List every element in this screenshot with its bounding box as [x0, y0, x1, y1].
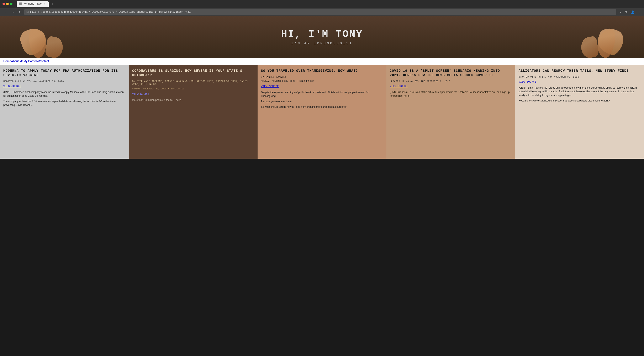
card-5-title: ALLIGATORS CAN REGROW THEIR TAILS, NEW S…	[518, 69, 641, 73]
tab-favicon	[19, 2, 22, 6]
back-button[interactable]: ←	[2, 9, 8, 15]
nav-home[interactable]: Home	[3, 60, 11, 63]
card-3-authors: BY LAUREL WAMSLEY	[261, 76, 383, 78]
card-1-body-p1: (CNN) - Pharmaceutical company Moderna i…	[3, 90, 126, 98]
card-5-body-p2: Researchers were surprised to discover t…	[518, 99, 641, 102]
extensions-button[interactable]: ⚗	[624, 10, 628, 14]
bookmark-button[interactable]: ★	[618, 10, 622, 14]
tab-bar: My Home Page ✕ +	[17, 1, 55, 7]
card-2-date: MONDAY, NOVEMBER 30, 2020 • 8:59 AM EST	[132, 88, 254, 90]
card-5-view-source[interactable]: VIEW SOURCE	[518, 80, 536, 84]
hero-right-hands	[573, 16, 631, 58]
card-5-body: (CNN) - Small reptiles like lizards and …	[518, 86, 641, 102]
news-card-2: CORONAVIRUS IS SURGING: HOW SEVERE IS YO…	[129, 65, 258, 159]
info-icon: ⓘ	[26, 10, 29, 14]
site-navigation: HomeAbout MeMy PortfolioContact	[0, 58, 644, 65]
address-protocol: File	[30, 10, 36, 14]
card-4-view-source[interactable]: VIEW SOURCE	[390, 85, 408, 88]
card-5-body-p1: (CNN) - Small reptiles like lizards and …	[518, 86, 641, 97]
news-card-1: MODERNA TO APPLY TODAY FOR FDA AUTHORIZA…	[0, 65, 129, 159]
nav-portfolio[interactable]: My Portfolio	[24, 60, 39, 63]
card-2-view-source[interactable]: VIEW SOURCE	[132, 92, 150, 96]
news-card-3: SO YOU TRAVELED OVER THANKSGIVING. NOW W…	[258, 65, 386, 159]
hero-text-block: HI, I'M TONY I'M AN IMMUNOLOGIST	[281, 29, 363, 45]
hero-subtitle: I'M AN IMMUNOLOGIST	[281, 42, 363, 45]
card-2-authors: BY STEPHANIE ADELINE, CONNIE NANZHANG JI…	[132, 80, 254, 86]
forward-button[interactable]: →	[10, 9, 16, 15]
card-3-title: SO YOU TRAVELED OVER THANKSGIVING. NOW W…	[261, 69, 383, 73]
profile-button[interactable]: 👤	[630, 10, 635, 14]
card-3-view-source[interactable]: VIEW SOURCE	[261, 85, 279, 88]
card-3-body-p2: Perhaps you're one of them.	[261, 100, 383, 103]
card-4-meta: UPDATED 12:40 AM ET, TUE DECEMBER 1, 202…	[390, 80, 512, 82]
hero-left-hands	[13, 16, 71, 58]
address-separator: |	[38, 10, 39, 14]
card-1-body: (CNN) - Pharmaceutical company Moderna i…	[3, 90, 126, 107]
traffic-lights	[2, 3, 12, 5]
card-1-view-source[interactable]: VIEW SOURCE	[3, 85, 21, 88]
card-4-title: COVID-19 IS A 'SPLIT SCREEN' SCENARIO HE…	[390, 69, 512, 78]
hero-title: HI, I'M TONY	[281, 29, 363, 40]
site-wrapper: HI, I'M TONY I'M AN IMMUNOLOGIST HomeAbo…	[0, 16, 644, 159]
browser-toolbar: ← → ↻ ⓘ File | /Users/louisgoldford2020/…	[0, 8, 644, 16]
tab-close-icon[interactable]: ✕	[43, 2, 46, 6]
maximize-button[interactable]	[10, 3, 12, 5]
minimize-button[interactable]	[6, 3, 9, 5]
card-3-body-p3: So what should you do now to keep from c…	[261, 105, 383, 109]
card-3-date: MONDAY, NOVEMBER 30, 2020 • 6:22 PM EST	[261, 80, 383, 82]
card-1-title: MODERNA TO APPLY TODAY FOR FDA AUTHORIZA…	[3, 69, 126, 78]
hero-section: HI, I'M TONY I'M AN IMMUNOLOGIST	[0, 16, 644, 58]
card-4-body-p1: (CNN Business) - A version of this artic…	[390, 90, 512, 98]
card-5-meta: UPDATED 9:45 PM ET, MON NOVEMBER 30, 202…	[518, 76, 641, 78]
address-path: /Users/louisgoldford2020/github/MTEC1003…	[41, 10, 190, 14]
browser-chrome: My Home Page ✕ + ← → ↻ ⓘ File | /Users/l…	[0, 0, 644, 16]
reload-button[interactable]: ↻	[18, 9, 23, 15]
menu-button[interactable]: ⋮	[637, 10, 642, 14]
card-3-body: Despite the repeated warnings of public …	[261, 90, 383, 109]
nav-contact[interactable]: Contact	[39, 60, 49, 63]
browser-titlebar: My Home Page ✕ +	[0, 0, 644, 8]
news-card-5: ALLIGATORS CAN REGROW THEIR TAILS, NEW S…	[515, 65, 644, 159]
address-bar[interactable]: ⓘ File | /Users/louisgoldford2020/github…	[24, 9, 616, 15]
card-2-body: More than 13 million people in the U.S. …	[132, 98, 254, 102]
tab-title: My Home Page	[24, 2, 42, 6]
nav-about[interactable]: About Me	[11, 60, 24, 63]
new-tab-button[interactable]: +	[50, 2, 55, 6]
news-grid: MODERNA TO APPLY TODAY FOR FDA AUTHORIZA…	[0, 65, 644, 159]
active-tab[interactable]: My Home Page ✕	[17, 1, 49, 7]
card-4-body: (CNN Business) - A version of this artic…	[390, 90, 512, 98]
toolbar-actions: ★ ⚗ 👤 ⋮	[618, 10, 642, 14]
news-card-4: COVID-19 IS A 'SPLIT SCREEN' SCENARIO HE…	[386, 65, 515, 159]
card-2-title: CORONAVIRUS IS SURGING: HOW SEVERE IS YO…	[132, 69, 254, 78]
close-button[interactable]	[2, 3, 5, 5]
card-2-body-p1: More than 13 million people in the U.S. …	[132, 98, 254, 102]
card-3-body-p1: Despite the repeated warnings of public …	[261, 90, 383, 98]
card-1-meta: UPDATED 8:00 AM ET, MON NOVEMBER 30, 202…	[3, 80, 126, 82]
card-1-body-p2: The company will ask the FDA to review a…	[3, 100, 126, 107]
